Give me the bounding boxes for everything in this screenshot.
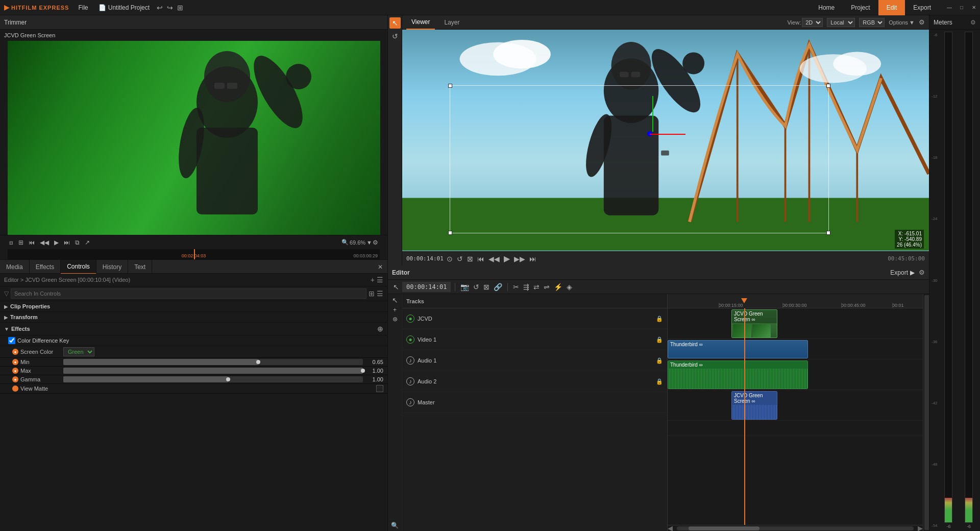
track-vscroll-thumb[interactable] [924,295,929,530]
max-keyframe-icon[interactable]: ● [12,368,18,374]
undo-button[interactable]: ↩ [155,3,165,13]
home-tab[interactable]: Home [810,0,843,15]
audio1-visibility-icon[interactable]: ♪ [406,356,414,365]
list-view-button[interactable]: ⊞ [369,289,375,298]
editor-ripple-button[interactable]: ⇶ [522,283,530,291]
jcvd-audio-clip[interactable]: JCVD Green Screen ∞ [731,391,777,420]
min-slider[interactable] [63,359,363,365]
grid-button[interactable]: ⊞ [175,3,185,13]
viewer-tab[interactable]: Viewer [406,15,435,30]
search-input[interactable] [11,288,366,299]
viewer-skip-start-button[interactable]: ⏮ [476,255,485,263]
jcvd-visibility-icon[interactable]: ● [406,315,414,323]
track-vertical-scroll[interactable] [923,294,929,531]
editor-composite-button[interactable]: ◈ [566,283,573,291]
effects-section-header[interactable]: ▼ Effects ⊕ [0,323,387,335]
channel-control[interactable]: RGB [859,18,885,27]
media-tab[interactable]: Media [0,260,30,274]
scroll-left-button[interactable]: ◀ [668,524,673,531]
edit-tab[interactable]: Edit [878,0,905,15]
audio2-visibility-icon[interactable]: ♪ [406,377,414,385]
viewer-loop-button[interactable]: ↺ [456,255,464,263]
trim-stop-button[interactable]: ⏭ [62,238,71,247]
scroll-right-button[interactable]: ▶ [918,524,923,531]
timeline-hscroll[interactable] [677,526,914,530]
viewer-canvas[interactable]: X: -615.01 Y: -540.89 26 (46.4%) [402,30,929,251]
view-mode-control[interactable]: View: 2D3D [787,18,823,27]
viewer-snap-button[interactable]: ⊠ [466,255,474,263]
transform-section[interactable]: ▶ Transform [0,312,387,323]
effects-add-button[interactable]: ⊕ [377,325,383,333]
channel-select[interactable]: RGB [859,18,885,27]
effects-tab[interactable]: Effects [30,260,61,274]
viewer-record-button[interactable]: ⊙ [446,255,454,263]
editor-slide-button[interactable]: ⇄ [532,283,541,291]
editor-export-button[interactable]: Export ▶ [890,269,915,276]
min-keyframe-icon[interactable]: ● [12,359,18,365]
editor-tool-add[interactable]: + [393,306,397,313]
trim-play-button[interactable]: ▶ [53,238,60,247]
trim-set-out-button[interactable]: ⧉ [74,238,81,247]
trim-step-back-button[interactable]: ⏮ [27,238,36,247]
trim-export-button[interactable]: ↗ [83,238,91,247]
controls-tab[interactable]: Controls [61,260,96,274]
video1-lock-icon[interactable]: 🔒 [656,336,663,343]
editor-tool-zoom[interactable]: 🔍 [391,522,399,529]
breadcrumb-list-button[interactable]: ☰ [377,276,383,284]
master-visibility-icon[interactable]: ♪ [406,398,414,406]
trimmer-preview[interactable] [8,41,380,235]
select-tool-button[interactable]: ↖ [389,17,401,29]
screen-color-dropdown[interactable]: Green Blue [63,347,94,356]
timeline-tracks[interactable]: JCVD Green Screen ∞ [668,308,923,525]
viewer-step-back-button[interactable]: ◀◀ [487,255,501,263]
thunderbird-audio-clip[interactable]: Thunderbird ∞ [668,360,808,389]
trimmer-timeline[interactable]: 00:02:04:03 00:03:00:29 [8,249,380,259]
detail-view-button[interactable]: ☰ [377,289,383,298]
panel-close-button[interactable]: ✕ [373,260,387,274]
layer-tab[interactable]: Layer [439,15,464,30]
viewer-step-fwd-button[interactable]: ▶▶ [513,255,526,263]
trim-set-in-button[interactable]: ⧈ [8,238,15,247]
gamma-keyframe-icon[interactable]: ● [12,376,18,382]
viewer-skip-end-button[interactable]: ⏭ [528,255,537,263]
clip-properties-section[interactable]: ▶ Clip Properties [0,301,387,312]
minimize-button[interactable]: — [943,0,955,15]
viewer-settings-button[interactable]: ⚙ [919,18,925,26]
text-tab[interactable]: Text [128,260,152,274]
options-control[interactable]: Options ▼ [889,19,915,26]
transform-handle-br[interactable] [826,231,830,235]
transform-handle-tl[interactable] [448,84,452,88]
gamma-slider[interactable] [63,376,363,382]
editor-pointer-button[interactable]: ↖ [392,283,400,291]
max-slider[interactable] [63,368,363,374]
maximize-button[interactable]: □ [955,0,968,15]
transform-handle-tr[interactable] [826,84,830,88]
file-menu[interactable]: File [73,0,93,15]
trim-frame-step-back-button[interactable]: ◀◀ [38,238,51,247]
space-control[interactable]: LocalWorld [827,18,855,27]
meters-close-button[interactable]: ⚙ [970,19,976,26]
close-button[interactable]: ✕ [968,0,980,15]
editor-camera-button[interactable]: 📷 [459,283,470,291]
editor-link-button[interactable]: 🔗 [493,283,503,291]
view-matte-checkbox[interactable] [376,385,383,392]
editor-split-button[interactable]: ✂ [512,283,520,291]
audio1-lock-icon[interactable]: 🔒 [656,357,663,364]
editor-tool-link[interactable]: ⊛ [393,316,398,323]
jcvd-video-clip[interactable]: JCVD Green Screen ∞ [731,309,777,338]
project-menu[interactable]: 📄 Untitled Project [93,0,155,15]
color-diff-key-checkbox[interactable] [8,337,15,344]
viewer-play-button[interactable]: ▶ [503,254,511,263]
video1-visibility-icon[interactable]: ● [406,335,414,344]
export-tab[interactable]: Export [905,0,939,15]
trim-settings-button[interactable]: ⚙ [371,238,380,247]
space-select[interactable]: LocalWorld [827,18,855,27]
transform-tool-button[interactable]: ↺ [389,31,401,42]
editor-slip-button[interactable]: ⇌ [543,283,551,291]
timeline-scrollbar[interactable]: ◀ ▶ [668,525,923,531]
audio2-lock-icon[interactable]: 🔒 [656,378,663,385]
scroll-thumb[interactable] [689,526,760,530]
editor-snap-button[interactable]: ⊠ [482,283,491,291]
transform-handle-bl[interactable] [448,231,452,235]
trim-frame-back-button[interactable]: ⊞ [17,238,25,247]
